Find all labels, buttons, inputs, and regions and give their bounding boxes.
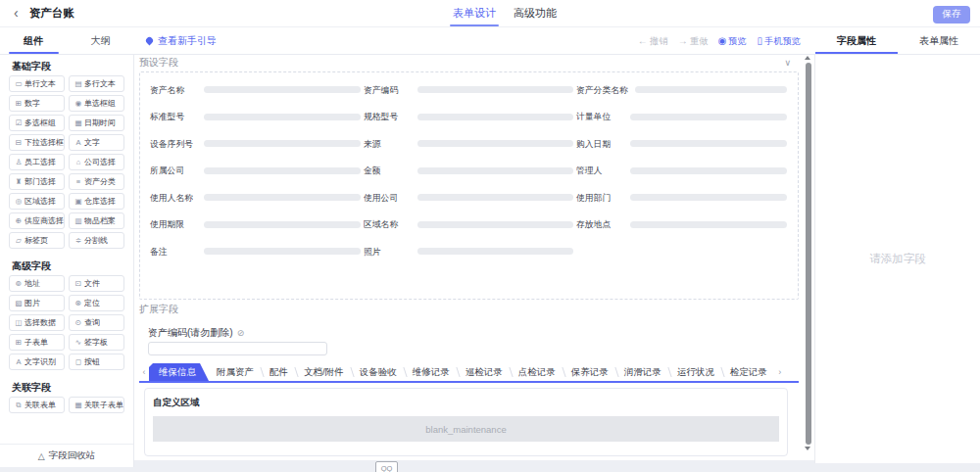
extend-tab[interactable]: 检定记录 <box>722 363 775 381</box>
preset-field[interactable]: 使用公司 <box>364 192 577 203</box>
preset-field-label: 金额 <box>364 165 411 176</box>
extend-tab[interactable]: 点检记录 <box>511 363 564 381</box>
preset-field[interactable]: 备注 <box>150 246 364 257</box>
preset-field[interactable]: 存放地点 <box>576 219 790 230</box>
field-component-button[interactable]: ▧图片 <box>9 295 65 311</box>
field-component-button[interactable]: ▦日期时间 <box>69 115 124 131</box>
preset-field[interactable]: 所属公司 <box>150 165 364 176</box>
extend-tab[interactable]: 配件 <box>262 363 296 381</box>
field-component-button[interactable]: ⊚地址 <box>9 275 65 292</box>
blank-maintenance-placeholder[interactable]: blank_maintenance <box>153 416 779 442</box>
action-icon: ◉ <box>718 35 727 46</box>
field-component-label: 图片 <box>24 298 40 308</box>
save-button[interactable]: 保存 <box>933 6 970 24</box>
extend-tab[interactable]: 附属资产 <box>209 363 262 381</box>
field-component-button[interactable]: ⊟下拉选择框 <box>9 134 65 151</box>
field-component-button[interactable]: ⊞子表单 <box>9 334 65 351</box>
toolbar-action[interactable]: ←撤销 <box>638 34 669 48</box>
main-area: 基础字段 ▭单行文本▤多行文本⊞数字◉单选框组☑多选框组▦日期时间⊟下拉选择框A… <box>0 55 980 472</box>
preset-field[interactable]: 购入日期 <box>576 138 790 149</box>
field-component-button[interactable]: ☑多选框组 <box>9 115 65 131</box>
eye-off-icon[interactable]: ⊘ <box>237 328 245 338</box>
preset-field[interactable]: 资产分类名称 <box>576 84 790 95</box>
field-component-button[interactable]: ≑分割线 <box>69 232 124 249</box>
extend-tab[interactable]: 润滑记录 <box>616 363 669 381</box>
scrollbar-up-arrow[interactable] <box>805 56 810 60</box>
field-component-button[interactable]: ≡资产分类 <box>69 173 124 190</box>
field-component-icon: ▱ <box>15 235 23 246</box>
field-component-button[interactable]: ⊕供应商选择 <box>9 212 65 229</box>
preset-field[interactable]: 区域名称 <box>364 219 577 230</box>
preset-field[interactable]: 来源 <box>364 138 577 149</box>
field-component-button[interactable]: ⧉关联表单 <box>9 397 65 413</box>
extend-tab[interactable]: 维修记录 <box>405 363 458 381</box>
preset-field[interactable]: 资产名称 <box>150 84 364 95</box>
preset-field[interactable]: 规格型号 <box>364 112 577 122</box>
preset-field[interactable]: 计量单位 <box>576 112 790 122</box>
preset-field-input-placeholder <box>417 248 574 255</box>
sidebar-section-advanced: 高级字段 ⊚地址⊡文件▧图片⊗定位◫选择数据⊙查询⊞子表单∿签字板A文字识别◻按… <box>0 255 133 370</box>
toolbar-action[interactable]: →重做 <box>678 34 710 48</box>
extend-tab[interactable]: 文档/附件 <box>296 363 352 381</box>
field-component-button[interactable]: ◉单选框组 <box>69 95 124 112</box>
field-component-button[interactable]: ∿签字板 <box>69 334 124 351</box>
field-component-button[interactable]: ⊡文件 <box>69 275 124 292</box>
extend-tab[interactable]: 巡检记录 <box>458 363 511 381</box>
topbar-tab[interactable]: 表单设计 <box>453 0 496 26</box>
extend-tab[interactable]: 维保信息 <box>149 363 209 381</box>
extend-tab[interactable]: 设备验收 <box>352 363 405 381</box>
preset-field[interactable]: 照片 <box>364 246 577 257</box>
field-component-button[interactable]: ♜部门选择 <box>9 173 65 190</box>
preset-field-input-placeholder <box>204 86 361 93</box>
sidebar-tab[interactable]: 大纲 <box>68 27 135 54</box>
tabs-scroll-right-icon[interactable]: › <box>775 363 785 381</box>
field-component-button[interactable]: ⌂公司选择 <box>69 154 124 170</box>
field-component-button[interactable]: ▦关联子表单 <box>69 397 124 413</box>
preset-field[interactable]: 金额 <box>364 165 577 176</box>
field-component-button[interactable]: ⊗定位 <box>69 295 124 311</box>
field-component-button[interactable]: ◻按钮 <box>69 354 124 370</box>
custom-area-title: 自定义区域 <box>153 397 779 409</box>
field-component-button[interactable]: ▤多行文本 <box>69 75 124 92</box>
asset-code-input[interactable] <box>148 342 327 355</box>
sidebar-tab[interactable]: 组件 <box>0 27 68 54</box>
extend-tab[interactable]: 运行状况 <box>669 363 722 381</box>
field-component-button[interactable]: ▥物品档案 <box>69 212 124 229</box>
preset-field[interactable]: 使用期限 <box>150 219 364 230</box>
scrollbar-down-arrow[interactable] <box>805 447 810 450</box>
field-component-button[interactable]: A文字识别 <box>9 354 65 370</box>
field-component-icon: ∿ <box>74 337 82 348</box>
field-component-button[interactable]: ◫选择数据 <box>9 314 65 331</box>
field-recycle-bin[interactable]: △ 字段回收站 <box>0 444 133 467</box>
field-component-button[interactable]: ⊞数字 <box>9 95 65 112</box>
preset-field[interactable]: 管理人 <box>576 165 790 176</box>
back-icon[interactable]: ‹ <box>14 5 19 21</box>
field-component-button[interactable]: A文字 <box>69 134 124 151</box>
toolbar-action[interactable]: ▯手机预览 <box>757 34 804 48</box>
field-component-label: 物品档案 <box>84 215 116 226</box>
field-component-button[interactable]: ▣仓库选择 <box>69 193 124 210</box>
property-tab[interactable]: 字段属性 <box>815 27 898 54</box>
preset-field[interactable]: 设备序列号 <box>150 138 364 149</box>
preset-field-input-placeholder <box>204 248 361 255</box>
preset-field[interactable]: 资产编码 <box>364 84 577 95</box>
preset-field-input-placeholder <box>204 140 361 147</box>
field-component-button[interactable]: ▱标签页 <box>9 232 65 249</box>
preset-field[interactable]: 使用部门 <box>576 192 790 203</box>
extend-tab[interactable]: 保养记录 <box>564 363 616 381</box>
field-component-label: 关联表单 <box>24 400 56 410</box>
topbar-tab[interactable]: 高级功能 <box>514 0 557 26</box>
field-component-button[interactable]: ♙员工选择 <box>9 154 65 170</box>
preset-field[interactable]: 使用人名称 <box>150 192 364 203</box>
vertical-scrollbar[interactable] <box>806 63 811 445</box>
field-component-button[interactable]: ⊙查询 <box>69 314 124 331</box>
preset-field[interactable]: 标准型号 <box>150 112 364 122</box>
tabs-scroll-left-icon[interactable]: ‹ <box>139 363 149 381</box>
field-component-button[interactable]: ▭单行文本 <box>9 75 65 92</box>
guide-link[interactable]: 查看新手引导 <box>146 27 217 54</box>
toolbar-actions: ←撤销→重做◉预览▯手机预览 <box>638 27 815 54</box>
toolbar-action[interactable]: ◉预览 <box>718 34 749 48</box>
field-component-button[interactable]: ◎区域选择 <box>9 193 65 210</box>
property-tab[interactable]: 表单属性 <box>898 27 980 54</box>
collapse-icon[interactable]: ∨ <box>784 58 791 68</box>
